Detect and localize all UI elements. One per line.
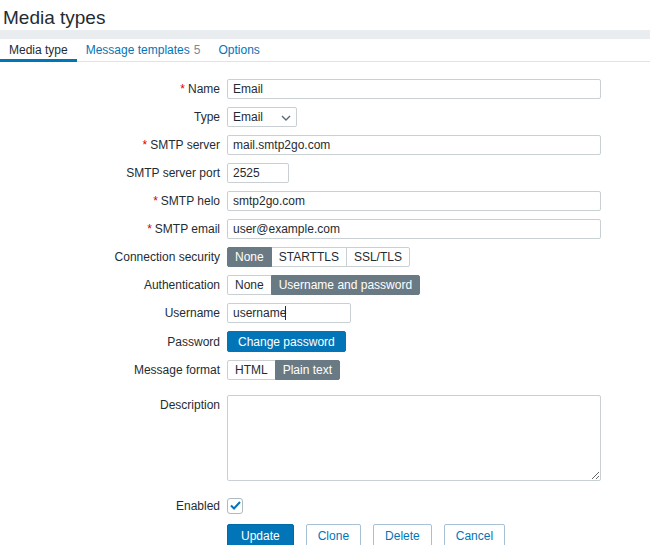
page-title: Media types [3, 6, 650, 30]
smtp-email-input[interactable] [227, 219, 601, 239]
message-format-option-html[interactable]: HTML [227, 360, 276, 380]
enabled-checkbox[interactable] [227, 498, 243, 514]
form-row-password: Password Change password [0, 331, 650, 352]
connection-security-option-ssltls[interactable]: SSL/TLS [346, 247, 410, 267]
form-row-enabled: Enabled [0, 496, 650, 516]
tab-options-label: Options [218, 43, 259, 57]
connection-security-option-none[interactable]: None [227, 247, 272, 267]
description-label: Description [0, 395, 220, 415]
tab-strip-spacer [0, 30, 650, 39]
update-button[interactable]: Update [227, 524, 294, 545]
delete-button[interactable]: Delete [373, 524, 432, 545]
checkmark-icon [230, 499, 241, 513]
change-password-button[interactable]: Change password [227, 331, 346, 352]
form-row-message-format: Message format HTML Plain text [0, 360, 650, 380]
authentication-segmented-control: None Username and password [227, 275, 650, 295]
form-row-name: *Name [0, 79, 650, 99]
clone-button[interactable]: Clone [306, 524, 361, 545]
name-label: *Name [0, 79, 220, 99]
form-actions: Update Clone Delete Cancel [227, 524, 650, 545]
form-row-username: Username [0, 303, 650, 323]
type-select[interactable]: Email [227, 107, 297, 127]
name-input[interactable] [227, 79, 601, 99]
connection-security-segmented-control: None STARTTLS SSL/TLS [227, 247, 650, 267]
smtp-port-label: SMTP server port [0, 163, 220, 183]
connection-security-option-starttls[interactable]: STARTTLS [271, 247, 347, 267]
enabled-label: Enabled [0, 496, 220, 516]
form-row-smtp-helo: *SMTP helo [0, 191, 650, 211]
username-label: Username [0, 303, 220, 323]
type-select-value: Email [233, 110, 263, 124]
connection-security-label: Connection security [0, 247, 220, 267]
tab-message-templates[interactable]: Message templates 5 [77, 39, 210, 61]
required-marker: * [180, 82, 185, 96]
page-header: Media types [0, 0, 650, 30]
description-textarea[interactable] [227, 395, 601, 481]
authentication-option-none[interactable]: None [227, 275, 272, 295]
smtp-port-input[interactable] [227, 163, 289, 183]
tab-media-type-label: Media type [9, 43, 68, 57]
smtp-helo-label: *SMTP helo [0, 191, 220, 211]
form-row-authentication: Authentication None Username and passwor… [0, 275, 650, 295]
form-row-smtp-email: *SMTP email [0, 219, 650, 239]
username-input[interactable] [227, 303, 351, 323]
type-label: Type [0, 107, 220, 127]
authentication-label: Authentication [0, 275, 220, 295]
smtp-server-label: *SMTP server [0, 135, 220, 155]
smtp-email-label: *SMTP email [0, 219, 220, 239]
tab-bar: Media type Message templates 5 Options [0, 39, 650, 62]
form-row-smtp-port: SMTP server port [0, 163, 650, 183]
message-format-option-plain-text[interactable]: Plain text [275, 360, 340, 380]
text-cursor [285, 306, 286, 320]
password-label: Password [0, 332, 220, 352]
smtp-server-input[interactable] [227, 135, 601, 155]
cancel-button[interactable]: Cancel [444, 524, 505, 545]
message-format-segmented-control: HTML Plain text [227, 360, 650, 380]
form-row-connection-security: Connection security None STARTTLS SSL/TL… [0, 247, 650, 267]
message-templates-count-badge: 5 [194, 43, 201, 57]
message-format-label: Message format [0, 360, 220, 380]
tab-options[interactable]: Options [209, 39, 268, 61]
required-marker: * [143, 138, 148, 152]
form-row-type: Type Email [0, 107, 650, 127]
smtp-helo-input[interactable] [227, 191, 601, 211]
required-marker: * [147, 222, 152, 236]
required-marker: * [153, 194, 158, 208]
media-type-form: *Name Type Email *SMTP server SMTP serve… [0, 79, 650, 545]
form-row-smtp-server: *SMTP server [0, 135, 650, 155]
form-row-actions: Update Clone Delete Cancel [0, 524, 650, 545]
tab-media-type[interactable]: Media type [0, 39, 77, 61]
chevron-down-icon [281, 110, 291, 124]
tab-message-templates-label: Message templates [86, 43, 190, 57]
authentication-option-username-password[interactable]: Username and password [271, 275, 420, 295]
form-row-description: Description [0, 395, 650, 484]
